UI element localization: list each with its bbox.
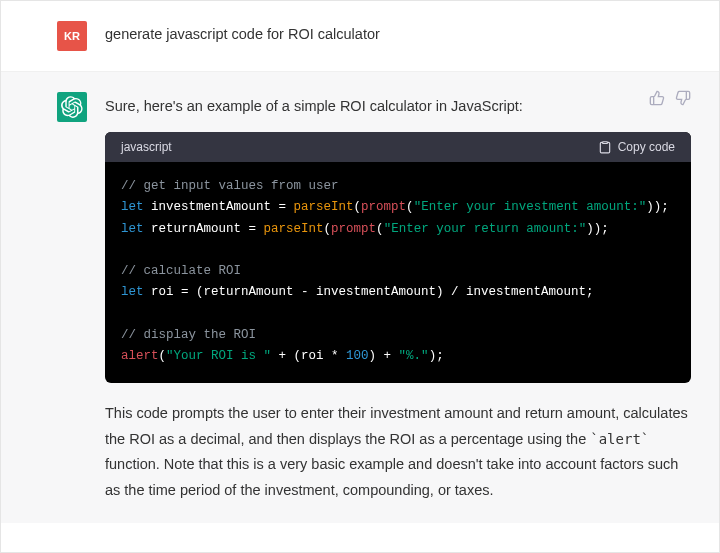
user-message-row: KR generate javascript code for ROI calc… — [1, 1, 719, 72]
openai-logo-icon — [61, 96, 83, 118]
code-string: "%." — [399, 349, 429, 363]
explanation-text-post: function. Note that this is a very basic… — [105, 456, 678, 497]
code-func: prompt — [331, 222, 376, 236]
code-text: ) + — [369, 349, 399, 363]
code-comment: // calculate ROI — [121, 264, 241, 278]
clipboard-icon — [598, 140, 612, 154]
code-string: "Your ROI is " — [166, 349, 271, 363]
code-keyword: let — [121, 200, 144, 214]
explanation-inline-code: `alert` — [590, 431, 649, 447]
user-avatar: KR — [57, 21, 87, 51]
code-text: + (roi * — [271, 349, 346, 363]
code-body[interactable]: // get input values from user let invest… — [105, 162, 691, 383]
code-number: 100 — [346, 349, 369, 363]
code-text: ); — [429, 349, 444, 363]
code-func: alert — [121, 349, 159, 363]
user-avatar-initials: KR — [64, 30, 80, 42]
code-keyword: let — [121, 285, 144, 299]
chat-container: KR generate javascript code for ROI calc… — [0, 0, 720, 553]
thumbs-up-button[interactable] — [649, 90, 665, 106]
thumbs-up-icon — [649, 90, 665, 106]
copy-code-button[interactable]: Copy code — [598, 140, 675, 154]
thumbs-down-icon — [675, 90, 691, 106]
code-text: returnAmount — [144, 222, 249, 236]
code-language-label: javascript — [121, 140, 172, 154]
assistant-content: Sure, here's an example of a simple ROI … — [105, 92, 691, 503]
assistant-message-row: Sure, here's an example of a simple ROI … — [1, 72, 719, 523]
code-text: roi = (returnAmount - investmentAmount) … — [144, 285, 594, 299]
code-comment: // get input values from user — [121, 179, 339, 193]
code-func: parseInt — [264, 222, 324, 236]
assistant-intro-text: Sure, here's an example of a simple ROI … — [105, 92, 691, 118]
user-message-text: generate javascript code for ROI calcula… — [105, 21, 380, 42]
code-text: investmentAmount — [144, 200, 279, 214]
assistant-explanation: This code prompts the user to enter thei… — [105, 401, 691, 503]
code-text: = — [249, 222, 264, 236]
code-comment: // display the ROI — [121, 328, 256, 342]
code-text: = — [279, 200, 294, 214]
svg-rect-0 — [602, 142, 607, 144]
code-keyword: let — [121, 222, 144, 236]
copy-code-label: Copy code — [618, 140, 675, 154]
thumbs-down-button[interactable] — [675, 90, 691, 106]
code-func: prompt — [361, 200, 406, 214]
assistant-avatar — [57, 92, 87, 122]
code-header: javascript Copy code — [105, 132, 691, 162]
code-func: parseInt — [294, 200, 354, 214]
code-string: "Enter your return amount:" — [384, 222, 587, 236]
code-string: "Enter your investment amount:" — [414, 200, 647, 214]
feedback-buttons — [649, 90, 691, 106]
code-block: javascript Copy code // get input values… — [105, 132, 691, 383]
